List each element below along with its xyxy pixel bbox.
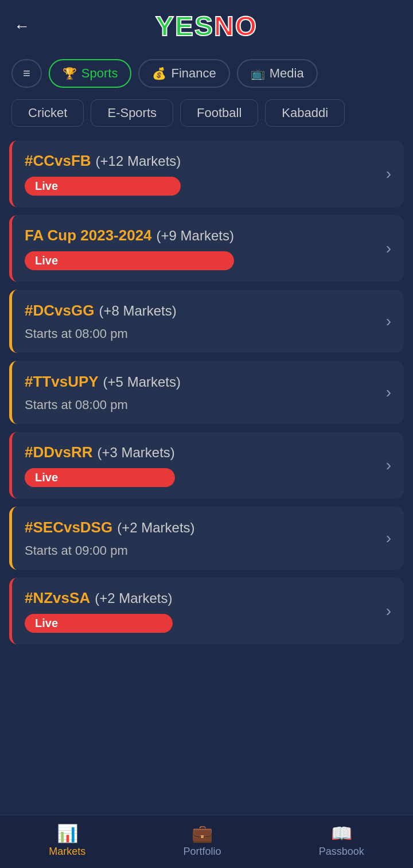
nav-passbook-label: Passbook	[319, 846, 364, 858]
match-card-ttvsupy[interactable]: #TTvsUPY(+5 Markets)Starts at 08:00 pm›	[9, 361, 404, 424]
match-markets-secvsdsg: (+2 Markets)	[117, 520, 194, 536]
card-left-nzvssa: #NZvsSA(+2 Markets)Live	[25, 589, 173, 633]
chevron-icon-secvsdsg: ›	[386, 529, 391, 547]
match-title-ccvsfb: #CCvsFB	[25, 152, 91, 170]
match-markets-ddvsrr: (+3 Markets)	[98, 445, 175, 461]
match-card-ccvsfb[interactable]: #CCvsFB(+12 Markets)Live›	[9, 141, 404, 207]
starts-text-ttvsupy: Starts at 08:00 pm	[25, 398, 181, 412]
title-row-nzvssa: #NZvsSA(+2 Markets)	[25, 589, 173, 607]
back-button[interactable]: ←	[14, 17, 30, 36]
media-icon: 📺	[251, 67, 265, 80]
match-markets-dcvsgg: (+8 Markets)	[99, 303, 176, 319]
card-left-secvsdsg: #SECvsDSG(+2 Markets)Starts at 09:00 pm	[25, 519, 195, 558]
match-title-nzvssa: #NZvsSA	[25, 589, 90, 607]
passbook-icon: 📖	[331, 823, 352, 843]
match-title-dcvsgg: #DCvsGG	[25, 302, 94, 320]
category-label-sports: Sports	[81, 66, 118, 81]
sub-tab-football[interactable]: Football	[180, 99, 258, 127]
chevron-icon-nzvssa: ›	[386, 602, 391, 620]
logo: YESNO	[155, 10, 258, 42]
match-title-ttvsupy: #TTvsUPY	[25, 373, 99, 391]
live-badge-facup: Live	[25, 251, 234, 270]
nav-passbook[interactable]: 📖 Passbook	[319, 823, 364, 858]
live-badge-ccvsfb: Live	[25, 177, 181, 196]
markets-icon: 📊	[57, 823, 78, 843]
nav-portfolio[interactable]: 💼 Portfolio	[183, 823, 221, 858]
finance-icon: 💰	[152, 67, 166, 80]
match-card-secvsdsg[interactable]: #SECvsDSG(+2 Markets)Starts at 09:00 pm›	[9, 507, 404, 570]
match-title-facup: FA Cup 2023-2024	[25, 227, 152, 244]
live-badge-nzvssa: Live	[25, 614, 173, 633]
match-title-ddvsrr: #DDvsRR	[25, 443, 93, 461]
match-markets-facup: (+9 Markets)	[157, 228, 234, 244]
title-row-ccvsfb: #CCvsFB(+12 Markets)	[25, 152, 181, 170]
logo-no: NO	[214, 11, 258, 41]
filter-tab[interactable]: ≡	[11, 59, 42, 88]
chevron-icon-ttvsupy: ›	[386, 383, 391, 402]
chevron-icon-ccvsfb: ›	[386, 165, 391, 183]
subcategory-tabs: Cricket E-Sports Football Kabaddi	[0, 95, 413, 136]
sub-label-kabaddi: Kabaddi	[282, 106, 328, 120]
sub-label-cricket: Cricket	[28, 106, 67, 120]
match-markets-nzvssa: (+2 Markets)	[95, 590, 172, 606]
nav-portfolio-label: Portfolio	[183, 846, 221, 858]
match-card-facup[interactable]: FA Cup 2023-2024(+9 Markets)Live›	[9, 215, 404, 282]
logo-yes: YES	[155, 11, 214, 41]
card-left-ccvsfb: #CCvsFB(+12 Markets)Live	[25, 152, 181, 196]
chevron-icon-facup: ›	[386, 239, 391, 258]
title-row-facup: FA Cup 2023-2024(+9 Markets)	[25, 227, 234, 244]
chevron-icon-dcvsgg: ›	[386, 312, 391, 330]
title-row-ttvsupy: #TTvsUPY(+5 Markets)	[25, 373, 181, 391]
category-label-media: Media	[270, 66, 304, 81]
match-card-dcvsgg[interactable]: #DCvsGG(+8 Markets)Starts at 08:00 pm›	[9, 290, 404, 353]
card-left-ddvsrr: #DDvsRR(+3 Markets)Live	[25, 443, 175, 487]
match-markets-ttvsupy: (+5 Markets)	[103, 374, 181, 390]
card-left-facup: FA Cup 2023-2024(+9 Markets)Live	[25, 227, 234, 270]
portfolio-icon: 💼	[192, 823, 213, 843]
sub-label-football: Football	[197, 106, 241, 120]
card-left-dcvsgg: #DCvsGG(+8 Markets)Starts at 08:00 pm	[25, 302, 177, 341]
chevron-icon-ddvsrr: ›	[386, 456, 391, 474]
category-label-finance: Finance	[171, 66, 216, 81]
match-list: #CCvsFB(+12 Markets)Live›FA Cup 2023-202…	[0, 136, 413, 649]
match-card-ddvsrr[interactable]: #DDvsRR(+3 Markets)Live›	[9, 432, 404, 499]
starts-text-dcvsgg: Starts at 08:00 pm	[25, 326, 177, 341]
title-row-ddvsrr: #DDvsRR(+3 Markets)	[25, 443, 175, 461]
title-row-dcvsgg: #DCvsGG(+8 Markets)	[25, 302, 177, 320]
filter-icon: ≡	[23, 66, 30, 81]
sub-label-esports: E-Sports	[107, 106, 157, 120]
starts-text-secvsdsg: Starts at 09:00 pm	[25, 543, 195, 558]
card-left-ttvsupy: #TTvsUPY(+5 Markets)Starts at 08:00 pm	[25, 373, 181, 412]
sub-tab-cricket[interactable]: Cricket	[11, 99, 84, 127]
title-row-secvsdsg: #SECvsDSG(+2 Markets)	[25, 519, 195, 536]
nav-markets[interactable]: 📊 Markets	[49, 823, 85, 858]
match-card-nzvssa[interactable]: #NZvsSA(+2 Markets)Live›	[9, 578, 404, 644]
match-markets-ccvsfb: (+12 Markets)	[96, 153, 181, 169]
nav-markets-label: Markets	[49, 846, 85, 858]
category-tab-sports[interactable]: 🏆 Sports	[49, 59, 132, 88]
sub-tab-kabaddi[interactable]: Kabaddi	[265, 99, 345, 127]
category-tabs: ≡ 🏆 Sports 💰 Finance 📺 Media	[0, 52, 413, 95]
header: ← YESNO	[0, 0, 413, 52]
category-tab-finance[interactable]: 💰 Finance	[138, 59, 229, 88]
category-tab-media[interactable]: 📺 Media	[237, 59, 318, 88]
sub-tab-esports[interactable]: E-Sports	[91, 99, 173, 127]
live-badge-ddvsrr: Live	[25, 468, 175, 487]
match-title-secvsdsg: #SECvsDSG	[25, 519, 112, 536]
sports-icon: 🏆	[63, 67, 77, 80]
bottom-navigation: 📊 Markets 💼 Portfolio 📖 Passbook	[0, 815, 413, 868]
